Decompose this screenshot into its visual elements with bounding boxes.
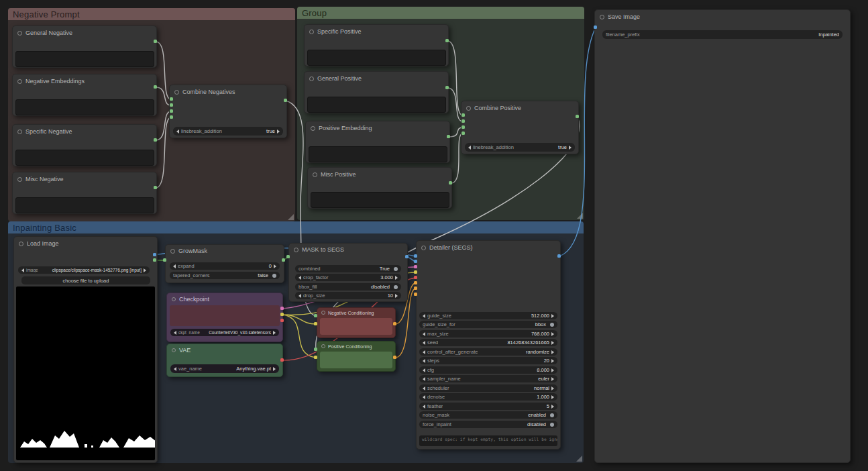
slot-dot-combine-neg-in2[interactable]: [170, 103, 173, 107]
slot-dot-negative-embeddings-out[interactable]: [154, 85, 157, 89]
node-titlebar[interactable]: General Positive: [305, 72, 448, 85]
node-titlebar[interactable]: Misc Negative: [13, 172, 156, 186]
node-titlebar[interactable]: Checkpoint: [167, 293, 282, 305]
decrement-arrow-icon[interactable]: [423, 332, 425, 336]
node-titlebar[interactable]: Positive Embedding: [306, 121, 449, 135]
increment-arrow-icon[interactable]: [144, 268, 146, 272]
collapse-dot-icon[interactable]: [421, 246, 426, 250]
collapse-dot-icon[interactable]: [321, 311, 325, 315]
collapse-dot-icon[interactable]: [311, 126, 315, 131]
slot-dot-general-positive-out[interactable]: [445, 86, 449, 89]
decrement-arrow-icon[interactable]: [423, 395, 425, 399]
slot-dot-combine-neg-in1[interactable]: [170, 97, 173, 101]
cfg-widget[interactable]: cfg 8.000: [419, 366, 557, 374]
slot-dot-growmask-in[interactable]: [163, 258, 166, 262]
crop-factor-widget[interactable]: crop_factor 3.000: [295, 274, 401, 281]
increment-arrow-icon[interactable]: [551, 368, 554, 372]
prompt-textarea[interactable]: [15, 51, 154, 67]
steps-widget[interactable]: steps 20: [419, 357, 557, 364]
vae-name-widget[interactable]: vae_name Anything.vae.pt: [170, 364, 279, 373]
decrement-arrow-icon[interactable]: [21, 268, 24, 272]
increment-arrow-icon[interactable]: [551, 395, 554, 399]
node-titlebar[interactable]: Detailer (SEGS): [417, 241, 560, 254]
toggle-dot-icon[interactable]: [272, 274, 276, 278]
slot-dot-combine-pos-in3[interactable]: [462, 125, 465, 129]
choose-file-button[interactable]: choose file to upload: [21, 276, 150, 284]
force-inpaint-widget[interactable]: force_inpaint disabled: [419, 421, 557, 428]
collapse-dot-icon[interactable]: [174, 90, 179, 95]
slot-dot-detailer-vae-in[interactable]: [414, 276, 417, 279]
slot-dot-detailer-image-out[interactable]: [557, 254, 561, 258]
node-titlebar[interactable]: Combine Positive: [462, 101, 578, 115]
node-growmask[interactable]: GrowMask expand 0 tapered_corners false: [165, 244, 284, 283]
prompt-textarea[interactable]: [15, 150, 154, 166]
sampler-name-widget[interactable]: sampler_name euler: [419, 375, 557, 382]
node-positive-embedding[interactable]: Positive Embedding: [305, 121, 450, 163]
prompt-textarea[interactable]: [15, 197, 154, 213]
slot-dot-detailer-positive-in[interactable]: [414, 281, 417, 284]
slot-dot-detailer-clip-in[interactable]: [414, 270, 417, 274]
slot-dot-combine-pos-in4[interactable]: [462, 132, 465, 135]
node-checkpoint[interactable]: Checkpoint ckpt_name CounterfeitV30_v30.…: [166, 293, 283, 342]
slot-dot-neg-cond-text-in[interactable]: [314, 314, 317, 317]
decrement-arrow-icon[interactable]: [299, 294, 301, 298]
node-titlebar[interactable]: Specific Positive: [305, 25, 448, 38]
node-titlebar[interactable]: General Negative: [13, 26, 156, 40]
feather-widget[interactable]: feather 5: [419, 403, 557, 410]
collapse-dot-icon[interactable]: [19, 242, 23, 246]
slot-dot-specific-negative-out[interactable]: [154, 138, 157, 142]
collapse-dot-icon[interactable]: [309, 30, 314, 34]
node-misc-negative[interactable]: Misc Negative: [12, 172, 157, 214]
slot-dot-neg-cond-out[interactable]: [393, 322, 396, 325]
prompt-textarea[interactable]: [309, 146, 447, 162]
slot-dot-load-image-mask-out[interactable]: [153, 258, 156, 262]
increment-arrow-icon[interactable]: [551, 386, 554, 390]
slot-dot-detailer-negative-in[interactable]: [414, 286, 417, 290]
slot-dot-growmask-out[interactable]: [282, 258, 285, 262]
combined-widget[interactable]: combined True: [295, 265, 401, 272]
slot-dot-combine-pos-out[interactable]: [576, 115, 579, 118]
increment-arrow-icon[interactable]: [551, 377, 554, 381]
slot-dot-detailer-segs-in[interactable]: [414, 260, 417, 263]
group-resize-handle[interactable]: [288, 214, 294, 220]
group-resize-handle[interactable]: [576, 456, 582, 462]
slot-dot-vae-out[interactable]: [280, 358, 284, 362]
slot-dot-neg-cond-clip-in[interactable]: [314, 322, 317, 325]
control-after-generate-widget[interactable]: control_after_generate randomize: [419, 348, 557, 356]
noise-mask-widget[interactable]: noise_mask enabled: [419, 411, 557, 419]
increment-arrow-icon[interactable]: [274, 264, 276, 268]
node-titlebar[interactable]: Misc Positive: [308, 168, 451, 181]
node-save-image[interactable]: Save Image filename_prefix Inpainted: [594, 9, 851, 463]
decrement-arrow-icon[interactable]: [176, 129, 179, 134]
node-general-positive[interactable]: General Positive: [304, 71, 449, 113]
slot-dot-combine-neg-in3[interactable]: [170, 109, 173, 113]
slot-dot-detailer-image-in[interactable]: [414, 254, 417, 258]
group-negative-titlebar[interactable]: Negative Prompt: [8, 8, 295, 20]
decrement-arrow-icon[interactable]: [423, 377, 425, 381]
slot-dot-general-negative-out[interactable]: [154, 40, 157, 43]
decrement-arrow-icon[interactable]: [174, 331, 176, 335]
node-specific-positive[interactable]: Specific Positive: [304, 24, 449, 66]
slot-dot-detailer-model-in[interactable]: [414, 265, 417, 268]
decrement-arrow-icon[interactable]: [423, 359, 425, 363]
collapse-dot-icon[interactable]: [17, 79, 22, 84]
image-filename-widget[interactable]: image clipspace/clipspace-mask-1452776.p…: [18, 266, 150, 274]
collapse-dot-icon[interactable]: [321, 344, 325, 348]
ckpt-name-widget[interactable]: ckpt_name CounterfeitV30_v30.safetensors: [170, 329, 279, 336]
linebreak-addition-widget[interactable]: linebreak_addition true: [465, 143, 575, 152]
node-combine-negatives[interactable]: Combine Negatives linebreak_addition tru…: [169, 85, 287, 138]
decrement-arrow-icon[interactable]: [423, 314, 425, 318]
increment-arrow-icon[interactable]: [551, 314, 554, 318]
linebreak-addition-widget[interactable]: linebreak_addition true: [173, 127, 283, 136]
prompt-textarea[interactable]: [311, 192, 449, 208]
slot-dot-load-image-image-out[interactable]: [153, 253, 156, 256]
toggle-dot-icon[interactable]: [550, 413, 554, 417]
collapse-dot-icon[interactable]: [172, 297, 176, 301]
node-titlebar[interactable]: GrowMask: [166, 245, 284, 257]
increment-arrow-icon[interactable]: [277, 129, 280, 134]
increment-arrow-icon[interactable]: [273, 367, 276, 371]
collapse-dot-icon[interactable]: [313, 172, 317, 177]
node-general-negative[interactable]: General Negative: [12, 25, 157, 68]
collapse-dot-icon[interactable]: [600, 15, 604, 19]
slot-dot-positive-embedding-out[interactable]: [447, 135, 450, 138]
